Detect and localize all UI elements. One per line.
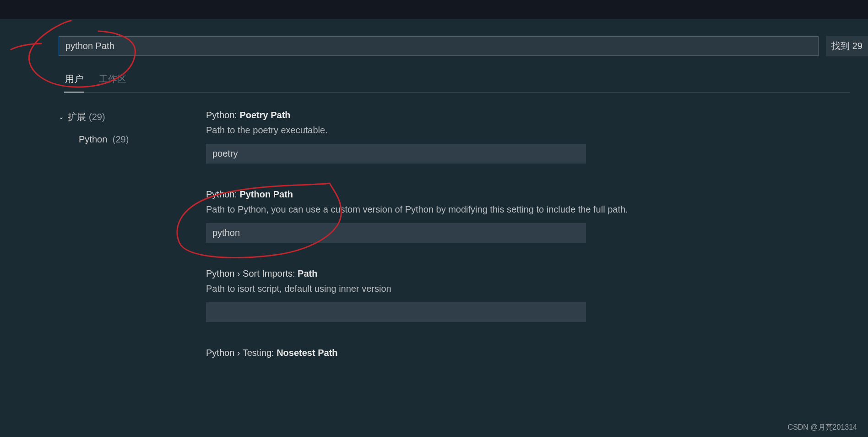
setting-title: Python: Python Path <box>206 189 841 200</box>
settings-search-input[interactable] <box>59 36 819 56</box>
setting-python-path: Python: Python Path Path to Python, you … <box>206 189 841 243</box>
settings-body: ⌄ 扩展 (29) Python (29) Python: Poetry Pat… <box>0 104 868 363</box>
toc-python-label: Python <box>79 134 107 144</box>
setting-title: Python › Sort Imports: Path <box>206 268 841 279</box>
setting-name: Python Path <box>239 189 293 199</box>
settings-search-row: 找到 29 <box>59 36 868 56</box>
title-bar <box>0 0 868 19</box>
setting-title: Python: Poetry Path <box>206 110 841 120</box>
setting-poetry-path: Python: Poetry Path Path to the poetry e… <box>206 110 841 164</box>
setting-description: Path to the poetry executable. <box>206 125 841 136</box>
toc-python-count: (29) <box>113 134 129 144</box>
toc-extensions[interactable]: ⌄ 扩展 (29) <box>59 108 156 126</box>
toc-extensions-label: 扩展 <box>68 111 86 123</box>
tab-user[interactable]: 用户 <box>64 73 84 93</box>
setting-name: Path <box>298 268 317 279</box>
settings-toc: ⌄ 扩展 (29) Python (29) <box>0 104 156 363</box>
setting-category: Python › Sort Imports: <box>206 268 298 279</box>
setting-name: Nosetest Path <box>277 348 337 358</box>
settings-list: Python: Poetry Path Path to the poetry e… <box>156 104 868 363</box>
setting-sort-imports-path: Python › Sort Imports: Path Path to isor… <box>206 268 841 322</box>
toc-extensions-count: (29) <box>89 112 105 122</box>
search-result-count: 找到 29 <box>826 36 868 56</box>
chevron-down-icon: ⌄ <box>59 113 64 120</box>
setting-nosetest-path: Python › Testing: Nosetest Path <box>206 348 841 358</box>
setting-category: Python: <box>206 189 239 199</box>
setting-description: Path to Python, you can use a custom ver… <box>206 204 841 215</box>
toc-python[interactable]: Python (29) <box>59 126 156 145</box>
settings-scope-tabs: 用户 工作区 <box>64 73 850 93</box>
settings-editor: 找到 29 用户 工作区 ⌄ 扩展 (29) Python (29) Pytho… <box>0 36 868 363</box>
setting-input-python-path[interactable] <box>206 223 586 243</box>
tab-workspace[interactable]: 工作区 <box>98 73 127 92</box>
setting-title: Python › Testing: Nosetest Path <box>206 348 841 358</box>
setting-input-sort-imports-path[interactable] <box>206 302 586 322</box>
watermark-text: CSDN @月亮201314 <box>788 423 857 432</box>
setting-category: Python › Testing: <box>206 348 277 358</box>
setting-name: Poetry Path <box>239 110 290 120</box>
setting-input-poetry-path[interactable] <box>206 144 586 164</box>
setting-category: Python: <box>206 110 239 120</box>
setting-description: Path to isort script, default using inne… <box>206 284 841 294</box>
